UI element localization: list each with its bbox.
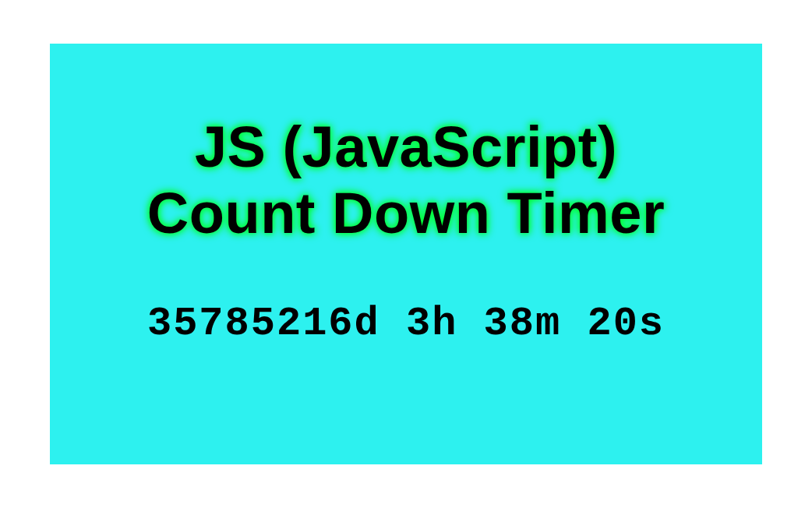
page-title: JS (JavaScript) Count Down Timer: [147, 114, 665, 246]
countdown-display: 35785216d 3h 38m 20s: [147, 301, 665, 347]
title-line-2: Count Down Timer: [147, 181, 665, 245]
countdown-panel: JS (JavaScript) Count Down Timer 3578521…: [50, 44, 762, 464]
title-line-1: JS (JavaScript): [195, 115, 617, 179]
